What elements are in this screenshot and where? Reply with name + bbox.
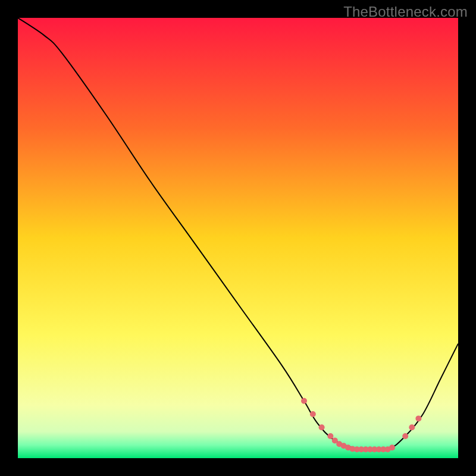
- curve-dot: [319, 424, 325, 430]
- curve-dot: [327, 433, 333, 439]
- watermark-text: TheBottleneck.com: [343, 4, 468, 20]
- chart-stage: TheBottleneck.com: [0, 0, 476, 476]
- bottleneck-chart: [18, 18, 458, 458]
- curve-dot: [409, 424, 415, 430]
- curve-dot: [402, 433, 408, 439]
- curve-dot: [310, 411, 316, 417]
- curve-dot: [301, 398, 307, 404]
- curve-dot: [389, 444, 395, 450]
- curve-dot: [415, 415, 421, 421]
